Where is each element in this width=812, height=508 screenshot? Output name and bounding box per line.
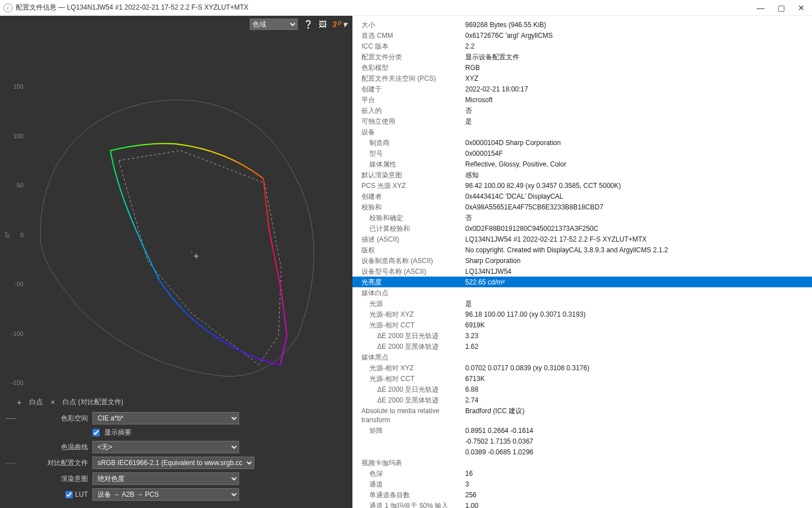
- minimize-icon[interactable]: —: [757, 4, 765, 12]
- property-row[interactable]: 型号0x0000154F: [352, 148, 812, 159]
- 3d-icon[interactable]: 3ᴰ ▾: [332, 20, 347, 29]
- property-row[interactable]: 创建者0x4443414C 'DCAL' DisplayCAL: [352, 191, 812, 202]
- property-row[interactable]: PCS 光源 XYZ96.42 100.00 82.49 (xy 0.3457 …: [352, 180, 812, 191]
- property-row[interactable]: 平台Microsoft: [352, 94, 812, 105]
- property-value: 2.2: [465, 42, 806, 51]
- property-key: 媒体属性: [352, 160, 465, 169]
- property-row[interactable]: 校验和确定否: [352, 212, 812, 223]
- property-key: 校验和确定: [352, 213, 465, 222]
- property-row[interactable]: 版权No copyright. Created with DisplayCAL …: [352, 244, 812, 255]
- property-value: 2022-02-21 18:00:17: [465, 85, 806, 94]
- property-row[interactable]: 0.0389 -0.0685 1.0296: [352, 446, 812, 457]
- property-row[interactable]: 媒体属性Reflective, Glossy, Positive, Color: [352, 159, 812, 169]
- property-row[interactable]: 光源-相对 XYZ0.0702 0.0717 0.0839 (xy 0.3108…: [352, 362, 812, 373]
- svg-text:100: 100: [293, 391, 303, 392]
- property-row[interactable]: 已计算校验和0x0D2F88B0191280C9450021373A3F250C: [352, 223, 812, 234]
- property-row[interactable]: 色彩模型RGB: [352, 62, 812, 73]
- property-value: 0.8951 0.2664 -0.1614: [465, 426, 806, 435]
- property-row[interactable]: 默认渲染意图感知: [352, 169, 812, 180]
- property-row[interactable]: 创建于2022-02-21 18:00:17: [352, 84, 812, 94]
- property-row[interactable]: 光亮度522.65 cd/m²: [352, 277, 812, 287]
- whitepoint-compare-label: 白点 (对比配置文件): [63, 397, 123, 407]
- property-row[interactable]: 光源是: [352, 298, 812, 309]
- property-value: 是: [465, 117, 806, 126]
- svg-text:-150: -150: [45, 391, 58, 392]
- dashed-line-icon: [6, 463, 16, 463]
- svg-text:-100: -100: [11, 330, 24, 337]
- property-value: No copyright. Created with DisplayCAL 3.…: [465, 246, 806, 255]
- curve-select[interactable]: <无>: [92, 441, 239, 453]
- gamut-plot: b* a* 150 100 50 0 -50 -100 -150 -150 -1…: [0, 33, 352, 392]
- property-row[interactable]: 通道 1 伽玛值于 50% 输入1.00: [352, 500, 812, 508]
- property-value: -0.7502 1.7135 0.0367: [465, 437, 806, 446]
- property-key: 媒体黑点: [352, 353, 465, 362]
- compare-label: 对比配置文件: [20, 458, 88, 468]
- svg-text:-100: -100: [95, 391, 107, 392]
- property-row[interactable]: 光源-相对 XYZ96.18 100.00 117.00 (xy 0.3071 …: [352, 309, 812, 319]
- property-row[interactable]: ΔE 2000 至黑体轨迹2.74: [352, 395, 812, 405]
- property-row[interactable]: 单通道条目数256: [352, 489, 812, 500]
- device-gamut-right: [263, 178, 287, 365]
- property-key: 视频卡伽玛表: [352, 458, 465, 467]
- property-list[interactable]: 大小969268 Bytes (946.55 KiB)首选 CMM0x61726…: [352, 16, 812, 508]
- summary-label: 显示摘要: [104, 428, 131, 437]
- property-value: 256: [465, 491, 806, 500]
- comparison-gamut: [119, 151, 281, 365]
- property-value: 522.65 cd/m²: [465, 278, 806, 287]
- property-row[interactable]: Absolute to media relative transformBrad…: [352, 405, 812, 425]
- property-row[interactable]: 视频卡伽玛表: [352, 457, 812, 468]
- property-value: 3: [465, 480, 806, 489]
- gamut-select[interactable]: 色域: [250, 19, 298, 30]
- property-row[interactable]: 媒体黑点: [352, 352, 812, 362]
- property-row[interactable]: 媒体白点: [352, 287, 812, 298]
- property-value: 否: [465, 106, 806, 115]
- summary-checkbox[interactable]: [92, 429, 100, 436]
- property-value: XYZ: [465, 74, 806, 83]
- property-row[interactable]: 制造商0x0000104D Sharp Corporation: [352, 137, 812, 148]
- property-value: 969268 Bytes (946.55 KiB): [465, 20, 806, 29]
- property-row[interactable]: 大小969268 Bytes (946.55 KiB): [352, 19, 812, 30]
- lut-select[interactable]: 设备 → A2B → PCS: [92, 488, 239, 501]
- property-row[interactable]: ΔE 2000 至日光轨迹3.23: [352, 330, 812, 341]
- help-icon[interactable]: ❔: [303, 20, 313, 29]
- property-key: 光源-相对 CCT: [352, 374, 465, 383]
- property-key: 平台: [352, 95, 465, 104]
- property-key: 版权: [352, 246, 465, 255]
- intent-select[interactable]: 绝对色度: [92, 472, 239, 485]
- property-row[interactable]: -0.7502 1.7135 0.0367: [352, 436, 812, 446]
- property-row[interactable]: 光源-相对 CCT6919K: [352, 319, 812, 330]
- property-row[interactable]: 首选 CMM0x6172676C 'argl' ArgyllCMS: [352, 30, 812, 41]
- maximize-icon[interactable]: ▢: [777, 4, 785, 12]
- property-value: Bradford (ICC 建议): [465, 406, 806, 415]
- property-row[interactable]: 光源-相对 CCT6713K: [352, 373, 812, 384]
- property-row[interactable]: ICC 版本2.2: [352, 41, 812, 51]
- property-key: ICC 版本: [352, 42, 465, 51]
- property-row[interactable]: 设备制造商名称 (ASCII)Sharp Corporation: [352, 255, 812, 266]
- lut-label: LUT: [75, 491, 88, 498]
- property-key: 制造商: [352, 138, 465, 147]
- property-row[interactable]: 设备型号名称 (ASCII)LQ134N1JW54: [352, 266, 812, 277]
- save-icon[interactable]: 🖼: [319, 20, 326, 29]
- property-row[interactable]: 配置文件关连空间 (PCS)XYZ: [352, 73, 812, 84]
- colorspace-select[interactable]: CIE a*b*: [92, 412, 239, 424]
- compare-select[interactable]: sRGB IEC61966-2.1 (Equivalent to www.srg…: [92, 457, 254, 469]
- property-row[interactable]: 校验和0xA98A55651EA4F75CB6E3233B8B18CBD7: [352, 202, 812, 212]
- property-row[interactable]: 通道3: [352, 479, 812, 489]
- solid-line-icon: [6, 418, 16, 419]
- property-value: 6713K: [465, 374, 806, 383]
- lut-checkbox[interactable]: [65, 491, 73, 498]
- close-icon[interactable]: ✕: [797, 4, 805, 12]
- property-row[interactable]: 描述 (ASCII)LQ134N1JW54 #1 2022-02-21 17-5…: [352, 234, 812, 244]
- property-row[interactable]: 设备: [352, 126, 812, 137]
- property-row[interactable]: 色深16: [352, 468, 812, 479]
- svg-text:0: 0: [198, 391, 201, 392]
- whitepoint-x-icon: ×: [51, 398, 55, 406]
- property-row[interactable]: ΔE 2000 至日光轨迹6.88: [352, 384, 812, 395]
- property-row[interactable]: ΔE 2000 至黑体轨迹1.62: [352, 341, 812, 352]
- property-row[interactable]: 可独立使用是: [352, 116, 812, 126]
- property-key: 光源: [352, 299, 465, 308]
- property-row[interactable]: 矩阵0.8951 0.2664 -0.1614: [352, 425, 812, 436]
- property-key: 色彩模型: [352, 63, 465, 72]
- property-row[interactable]: 配置文件分类显示设备配置文件: [352, 51, 812, 62]
- property-row[interactable]: 嵌入的否: [352, 105, 812, 116]
